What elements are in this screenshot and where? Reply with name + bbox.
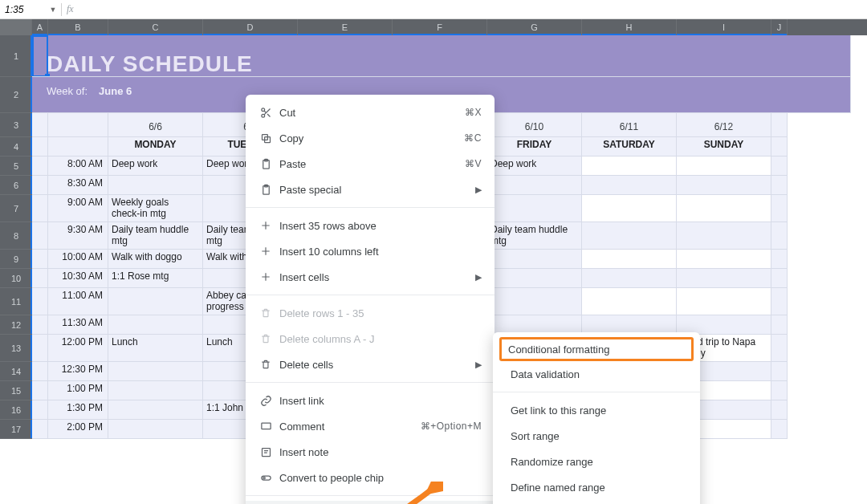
cell-H9[interactable]: [582, 250, 677, 269]
row-header-12[interactable]: 12: [0, 315, 32, 335]
row-header-1[interactable]: 1: [0, 35, 32, 77]
row-header-13[interactable]: 13: [0, 335, 32, 362]
row-header-14[interactable]: 14: [0, 362, 32, 381]
cell-C14[interactable]: [108, 362, 203, 381]
cell-I5[interactable]: [677, 156, 771, 176]
cell-A3[interactable]: [32, 113, 48, 137]
menu-view-more[interactable]: View more cell actions▶: [246, 501, 495, 504]
row-header-3[interactable]: 3: [0, 113, 32, 137]
cell-C13[interactable]: Lunch: [108, 335, 203, 362]
day-sun[interactable]: SUNDAY: [677, 137, 771, 156]
cell-A5[interactable]: [32, 156, 48, 176]
cell-G10[interactable]: [487, 269, 582, 288]
col-header-a[interactable]: A: [32, 19, 48, 35]
cell-C5[interactable]: Deep work: [108, 156, 203, 176]
cell-G11[interactable]: [487, 288, 582, 315]
cell-J10[interactable]: [771, 269, 788, 288]
cell-G5[interactable]: Deep work: [487, 156, 582, 176]
cell-A11[interactable]: [32, 288, 48, 315]
cell-J12[interactable]: [771, 315, 788, 335]
cell-I10[interactable]: [677, 269, 771, 288]
cell-I8[interactable]: [677, 222, 771, 250]
cell-A14[interactable]: [32, 362, 48, 381]
cell-C9[interactable]: Walk with doggo: [108, 250, 203, 269]
menu-comment[interactable]: Comment⌘+Option+M: [246, 413, 495, 439]
menu-insert-cells[interactable]: Insert cells▶: [246, 264, 495, 290]
cell-A16[interactable]: [32, 400, 48, 420]
name-box-dropdown-icon[interactable]: ▼: [47, 6, 59, 14]
row-header-5[interactable]: 5: [0, 156, 32, 176]
menu-paste-special[interactable]: Paste special▶: [246, 177, 495, 202]
cell-I7[interactable]: [677, 195, 771, 222]
col-header-c[interactable]: C: [108, 19, 203, 35]
time-12[interactable]: 11:30 AM: [48, 315, 108, 335]
time-15[interactable]: 1:00 PM: [48, 381, 108, 400]
cell-C6[interactable]: [108, 176, 203, 195]
cell-A6[interactable]: [32, 176, 48, 195]
cell-A4[interactable]: [32, 137, 48, 156]
time-6[interactable]: 8:30 AM: [48, 176, 108, 195]
cell-J6[interactable]: [771, 176, 788, 195]
row-header-10[interactable]: 10: [0, 269, 32, 288]
submenu-randomize-range[interactable]: Randomize range: [493, 449, 700, 474]
time-14[interactable]: 12:30 PM: [48, 362, 108, 381]
cell-C17[interactable]: [108, 420, 203, 439]
cell-J11[interactable]: [771, 288, 788, 315]
cell-C8[interactable]: Daily team huddle mtg: [108, 222, 203, 250]
row-header-7[interactable]: 7: [0, 195, 32, 222]
cell-G9[interactable]: [487, 250, 582, 269]
row-header-9[interactable]: 9: [0, 250, 32, 269]
cell-J17[interactable]: [771, 420, 788, 439]
cell-H8[interactable]: [582, 222, 677, 250]
col-header-e[interactable]: E: [298, 19, 393, 35]
row-header-11[interactable]: 11: [0, 288, 32, 315]
time-7[interactable]: 9:00 AM: [48, 195, 108, 222]
row-header-17[interactable]: 17: [0, 420, 32, 439]
cell-I9[interactable]: [677, 250, 771, 269]
row-header-4[interactable]: 4: [0, 137, 32, 156]
cell-J7[interactable]: [771, 195, 788, 222]
cell-H6[interactable]: [582, 176, 677, 195]
col-header-b[interactable]: B: [48, 19, 108, 35]
menu-paste[interactable]: Paste⌘V: [246, 151, 495, 177]
date-mon[interactable]: 6/6: [108, 113, 203, 137]
menu-copy[interactable]: Copy⌘C: [246, 125, 495, 151]
col-header-j[interactable]: J: [771, 19, 788, 35]
row-header-8[interactable]: 8: [0, 222, 32, 250]
submenu-sort-range[interactable]: Sort range: [493, 423, 700, 449]
cell-H10[interactable]: [582, 269, 677, 288]
cell-A13[interactable]: [32, 335, 48, 362]
row-header-2[interactable]: 2: [0, 77, 32, 113]
time-5[interactable]: 8:00 AM: [48, 156, 108, 176]
cell-J14[interactable]: [771, 362, 788, 381]
cell-G6[interactable]: [487, 176, 582, 195]
cell-C12[interactable]: [108, 315, 203, 335]
cell-A17[interactable]: [32, 420, 48, 439]
menu-cut[interactable]: Cut⌘X: [246, 100, 495, 125]
time-11[interactable]: 11:00 AM: [48, 288, 108, 315]
cell-A15[interactable]: [32, 381, 48, 400]
cell-B4[interactable]: [48, 137, 108, 156]
cell-C15[interactable]: [108, 381, 203, 400]
cell-J8[interactable]: [771, 222, 788, 250]
cell-C11[interactable]: [108, 288, 203, 315]
time-9[interactable]: 10:00 AM: [48, 250, 108, 269]
menu-insert-rows[interactable]: Insert 35 rows above: [246, 213, 495, 238]
col-header-h[interactable]: H: [582, 19, 677, 35]
submenu-data-validation[interactable]: Data validation: [493, 361, 700, 387]
row-header-15[interactable]: 15: [0, 381, 32, 400]
cell-J4[interactable]: [771, 137, 788, 156]
cell-C16[interactable]: [108, 400, 203, 420]
menu-people-chip[interactable]: Convert to people chip: [246, 465, 495, 490]
submenu-protect-range[interactable]: Protect range: [493, 500, 700, 504]
cell-C7[interactable]: Weekly goals check-in mtg: [108, 195, 203, 222]
date-fri[interactable]: 6/10: [487, 113, 582, 137]
cell-A9[interactable]: [32, 250, 48, 269]
cell-I11[interactable]: [677, 288, 771, 315]
select-all-corner[interactable]: [0, 19, 32, 35]
cell-J16[interactable]: [771, 400, 788, 420]
menu-insert-cols[interactable]: Insert 10 columns left: [246, 238, 495, 264]
cell-H5[interactable]: [582, 156, 677, 176]
cell-G8[interactable]: Daily team huddle mtg: [487, 222, 582, 250]
cell-G7[interactable]: [487, 195, 582, 222]
